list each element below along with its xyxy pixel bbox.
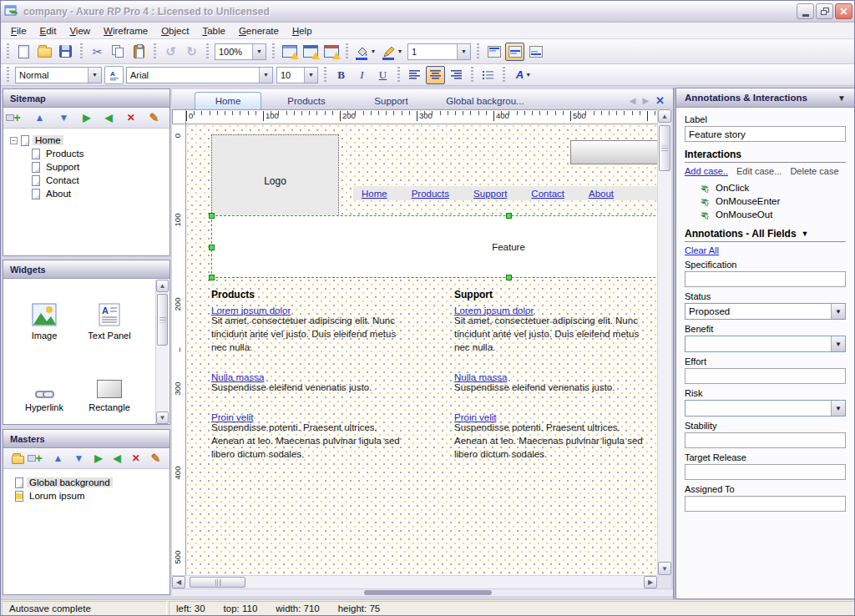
menu-file[interactable]: File — [4, 24, 33, 38]
scroll-down-icon[interactable]: ▼ — [156, 412, 169, 424]
effort-input[interactable] — [685, 368, 846, 384]
delete-case-link[interactable]: Delete case — [790, 166, 838, 176]
resize-handle-top-middle[interactable] — [506, 213, 512, 219]
menu-wireframe[interactable]: Wireframe — [97, 24, 154, 38]
tab-scroll-right-icon[interactable]: ▶ — [642, 96, 649, 105]
style-editor-button[interactable]: A — [104, 66, 124, 84]
valign-top-button[interactable] — [484, 43, 503, 61]
menu-generate[interactable]: Generate — [232, 24, 286, 38]
nav-link-home[interactable]: Home — [362, 189, 387, 199]
copy-button[interactable] — [109, 43, 128, 61]
move-down-button[interactable]: ▼ — [73, 453, 83, 463]
scroll-right-icon[interactable]: ▶ — [644, 576, 657, 588]
align-left-button[interactable] — [405, 66, 424, 84]
sitemap-header[interactable]: Sitemap — [3, 89, 169, 108]
sitemap-item-contact[interactable]: Contact — [32, 174, 169, 187]
master-item-lorum-ipsum[interactable]: Lorum ipsum — [15, 489, 169, 502]
nav-link-products[interactable]: Products — [412, 189, 449, 199]
outdent-button[interactable]: ◀ — [114, 453, 121, 463]
sitemap-item-support[interactable]: Support — [32, 160, 169, 174]
annotations-header[interactable]: Annotations & Interactions ▼ — [676, 88, 854, 108]
chevron-down-icon[interactable]: ▼ — [831, 336, 845, 351]
tab-scroll-left-icon[interactable]: ◀ — [630, 96, 636, 105]
add-master-button[interactable]: + — [35, 452, 42, 464]
masters-header[interactable]: Masters — [3, 430, 169, 448]
widget-image[interactable]: Image — [12, 284, 77, 341]
chevron-down-icon[interactable]: ▼ — [304, 68, 317, 83]
text-link[interactable]: Nulla massa — [454, 372, 507, 382]
chevron-down-icon[interactable]: ▼ — [252, 44, 266, 59]
outdent-button[interactable]: ◀ — [104, 113, 112, 123]
generate-html-button[interactable] — [280, 43, 299, 61]
resize-handle-bottom-left[interactable] — [209, 275, 215, 280]
line-color-button[interactable]: ▼ — [380, 43, 405, 61]
generate-word-button[interactable] — [301, 43, 320, 61]
event-onmouseenter[interactable]: OnMouseEnter — [700, 194, 846, 208]
target-release-input[interactable] — [685, 464, 846, 480]
nav-link-about[interactable]: About — [589, 189, 614, 199]
tab-support[interactable]: Support — [352, 93, 431, 109]
feature-widget-selected[interactable]: Feature — [211, 215, 657, 278]
event-onmouseout[interactable]: OnMouseOut — [700, 208, 846, 221]
menu-table[interactable]: Table — [195, 24, 232, 38]
move-up-button[interactable]: ▲ — [35, 113, 45, 123]
align-right-button[interactable] — [447, 66, 466, 84]
menu-edit[interactable]: Edit — [33, 24, 63, 38]
nav-link-contact[interactable]: Contact — [531, 189, 564, 199]
underline-button[interactable]: U — [373, 66, 392, 84]
resize-handle-bottom-middle[interactable] — [506, 275, 512, 280]
redo-button[interactable]: ↻ — [182, 43, 201, 61]
widget-text-panel[interactable]: A Text Panel — [77, 284, 142, 341]
canvas-horizontal-scrollbar[interactable]: ◀ ▶ — [172, 575, 657, 588]
widget-hyperlink[interactable]: Hyperlink — [12, 356, 77, 412]
canvas-pan-strip[interactable] — [172, 588, 673, 596]
event-onclick[interactable]: OnClick — [700, 181, 846, 194]
assigned-to-input[interactable] — [685, 496, 846, 512]
canvas-vertical-scrollbar[interactable]: ▲ ▼ — [657, 109, 671, 575]
move-up-button[interactable]: ▲ — [53, 453, 63, 463]
scroll-down-icon[interactable]: ▼ — [658, 562, 671, 575]
font-size-combobox[interactable]: 10 ▼ — [276, 67, 318, 83]
resize-handle-top-left[interactable] — [209, 213, 215, 219]
text-link[interactable]: Proin velit — [211, 412, 254, 422]
nav-link-support[interactable]: Support — [473, 189, 507, 199]
close-button[interactable]: ✕ — [835, 3, 852, 19]
edit-page-button[interactable]: ✎ — [149, 112, 159, 124]
text-link[interactable]: Proin velit — [454, 412, 497, 422]
text-link[interactable]: Lorem ipsum dolor — [454, 305, 534, 316]
open-button[interactable] — [35, 43, 54, 61]
support-column-widget[interactable]: Support Lorem ipsum dolor Sit amet, cons… — [454, 289, 657, 462]
align-center-button[interactable] — [426, 66, 445, 84]
scroll-up-icon[interactable]: ▲ — [156, 280, 169, 292]
new-folder-button[interactable] — [12, 456, 24, 464]
chevron-down-icon[interactable]: ▼ — [88, 68, 101, 83]
indent-button[interactable]: ▶ — [83, 113, 90, 123]
toolbar-grip[interactable] — [7, 43, 9, 60]
widgets-scrollbar[interactable]: ▲ ▼ — [155, 280, 169, 424]
edit-master-button[interactable]: ✎ — [151, 452, 161, 464]
scroll-thumb[interactable] — [190, 577, 245, 588]
chevron-down-icon[interactable]: ▼ — [525, 72, 531, 78]
tab-global-background[interactable]: Global backgrou... — [431, 93, 539, 109]
scroll-left-icon[interactable]: ◀ — [172, 576, 185, 588]
add-case-link[interactable]: Add case.. — [685, 166, 728, 176]
paste-button[interactable] — [129, 43, 149, 61]
style-combobox[interactable]: Normal ▼ — [15, 67, 102, 83]
resize-handle-middle-left[interactable] — [209, 245, 215, 250]
collapse-toggle-icon[interactable]: − — [10, 137, 18, 144]
tab-home[interactable]: Home — [195, 92, 261, 109]
bold-button[interactable]: B — [331, 66, 351, 84]
clear-all-link[interactable]: Clear All — [685, 245, 719, 255]
master-item-global-background[interactable]: Global background — [15, 476, 169, 489]
fill-color-button[interactable]: ▼ — [353, 43, 378, 61]
new-button[interactable] — [14, 43, 33, 61]
logo-widget[interactable]: Logo — [211, 134, 339, 228]
font-color-button[interactable]: A ▼ — [510, 66, 537, 84]
edit-case-link[interactable]: Edit case... — [736, 166, 782, 176]
bullet-list-button[interactable] — [478, 66, 498, 84]
status-select[interactable]: Proposed ▼ — [685, 303, 846, 320]
benefit-select[interactable]: ▼ — [685, 336, 846, 352]
chevron-down-icon[interactable]: ▼ — [371, 48, 377, 54]
text-link[interactable]: Nulla massa — [211, 372, 264, 382]
wireframe-canvas[interactable]: Logo Home Products Support Contact About… — [186, 124, 657, 575]
